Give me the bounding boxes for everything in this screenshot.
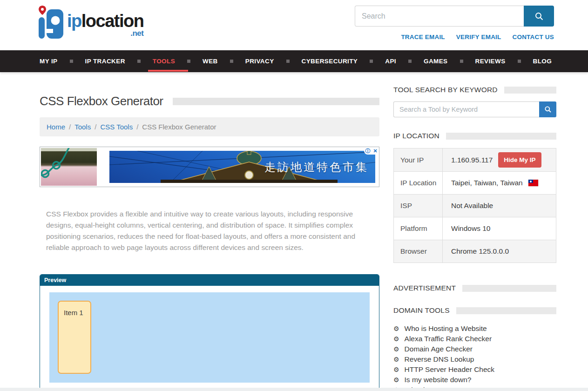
nav-item-blog[interactable]: BLOG [533, 51, 552, 72]
ad-headline: 走訪地道特色市集 [264, 160, 369, 175]
breadcrumb: Home/Tools/CSS Tools/CSS Flexbox Generat… [40, 117, 379, 136]
gear-icon: ⚙ [393, 336, 399, 342]
tool-search-button[interactable] [539, 101, 556, 117]
nav-item-web[interactable]: WEB [203, 51, 218, 72]
breadcrumb-separator: / [95, 123, 96, 131]
breadcrumb-separator: / [136, 123, 138, 131]
hide-my-ip-button[interactable]: Hide My IP [498, 152, 541, 168]
gear-icon: ⚙ [393, 346, 399, 352]
nav-separator [187, 60, 190, 63]
domain-tool-website-down[interactable]: ⚙Is my website down? [393, 375, 556, 385]
taiwan-flag-icon [528, 180, 538, 186]
ad-left-image [41, 148, 97, 186]
row-value: Taipei, Taiwan, Taiwan [443, 175, 556, 191]
title-decoration-bar [173, 98, 379, 105]
tool-search-input[interactable] [393, 101, 539, 117]
header-search [355, 6, 554, 27]
ad-close-icon[interactable]: ✕ [372, 147, 379, 155]
domain-tool-alexa-rank[interactable]: ⚙Alexa Traffic Rank Checker [393, 334, 556, 344]
row-label: IP Location [394, 172, 443, 194]
nav-separator [460, 60, 463, 63]
row-value: Windows 10 [443, 221, 556, 236]
tool-search [393, 101, 556, 117]
preview-panel-header: Preview [40, 275, 379, 286]
nav-separator [370, 60, 373, 63]
nav-item-my-ip[interactable]: MY IP [40, 51, 58, 72]
header-links: TRACE EMAIL VERIFY EMAIL CONTACT US [355, 34, 554, 40]
nav-item-ip-tracker[interactable]: IP TRACKER [85, 51, 125, 72]
contact-us-link[interactable]: CONTACT US [513, 34, 554, 40]
nav-separator [70, 60, 73, 63]
heading-decoration-bar [462, 285, 556, 292]
domain-tools-list: ⚙Who is Hosting a Website ⚙Alexa Traffic… [393, 324, 556, 391]
flex-preview-item-1[interactable]: Item 1 [58, 301, 91, 374]
domain-tools-heading: DOMAIN TOOLS [393, 306, 556, 315]
flex-preview-container: Item 1 [49, 292, 370, 383]
page-title: CSS Flexbox Generator [40, 94, 163, 108]
verify-email-link[interactable]: VERIFY EMAIL [456, 34, 501, 40]
ad-choices: ⓘ ✕ [364, 147, 379, 155]
row-label: Your IP [394, 148, 443, 171]
main-column: CSS Flexbox Generator Home/Tools/CSS Too… [40, 72, 379, 391]
sidebar: TOOL SEARCH BY KEYWORD IP LOCATION Your … [393, 72, 556, 391]
header-search-button[interactable] [524, 6, 554, 27]
site-header: iplocation .net TRACE EMAIL VERIFY EMAIL… [0, 0, 588, 50]
breadcrumb-tools-link[interactable]: Tools [74, 123, 91, 131]
nav-item-privacy[interactable]: PRIVACY [245, 51, 274, 72]
nav-separator [230, 60, 233, 63]
nav-item-api[interactable]: API [385, 51, 396, 72]
row-label: Browser [394, 240, 443, 263]
header-search-input[interactable] [355, 6, 524, 27]
table-row-isp: ISP Not Available [394, 194, 556, 217]
ad-main-image: 走訪地道特色市集 [109, 151, 375, 183]
site-logo[interactable]: iplocation .net [36, 5, 143, 39]
nav-separator [408, 60, 412, 63]
gear-icon: ⚙ [393, 325, 399, 332]
breadcrumb-current: CSS Flexbox Generator [142, 123, 216, 131]
content: CSS Flexbox Generator Home/Tools/CSS Too… [0, 72, 588, 391]
logo-mark-icon [36, 5, 65, 39]
domain-tool-reverse-dns[interactable]: ⚙Reverse DNS Lookup [393, 354, 556, 364]
trace-email-link[interactable]: TRACE EMAIL [401, 34, 445, 40]
search-icon [534, 12, 544, 21]
search-icon [544, 106, 552, 113]
ad-banner[interactable]: 走訪地道特色市集 ⓘ ✕ [40, 147, 379, 187]
breadcrumb-css-tools-link[interactable]: CSS Tools [100, 123, 133, 131]
logo-wordmark: iplocation [67, 12, 143, 30]
ip-location-table: Your IP 1.160.95.117 Hide My IP IP Locat… [393, 148, 556, 263]
table-row-platform: Platform Windows 10 [394, 217, 556, 240]
nav-item-tools[interactable]: TOOLS [153, 51, 175, 72]
tool-search-heading: TOOL SEARCH BY KEYWORD [393, 86, 556, 94]
gear-icon: ⚙ [393, 356, 399, 363]
row-value: Chrome 125.0.0.0 [443, 243, 556, 259]
gear-icon: ⚙ [393, 366, 399, 373]
your-ip-value: 1.160.95.117 [451, 156, 493, 164]
table-row-ip-location: IP Location Taipei, Taiwan, Taiwan [394, 171, 556, 194]
domain-tool-http-header[interactable]: ⚙HTTP Server Header Check [393, 364, 556, 375]
nav-separator [137, 60, 141, 63]
footer-strip [0, 388, 588, 391]
table-row-your-ip: Your IP 1.160.95.117 Hide My IP [394, 148, 556, 171]
ad-info-icon[interactable]: ⓘ [364, 147, 372, 155]
intro-paragraph: CSS Flexbox provides a flexible and intu… [40, 209, 379, 253]
heading-decoration-bar [504, 87, 556, 94]
breadcrumb-separator: / [69, 123, 71, 131]
ip-location-value: Taipei, Taiwan, Taiwan [451, 179, 523, 187]
domain-tool-hosting[interactable]: ⚙Who is Hosting a Website [393, 324, 556, 334]
gear-icon: ⚙ [393, 377, 399, 383]
nav-item-games[interactable]: GAMES [424, 51, 448, 72]
nav-item-cybersecurity[interactable]: CYBERSECURITY [302, 51, 358, 72]
preview-panel-body: Item 1 [40, 286, 379, 390]
row-label: ISP [394, 195, 443, 217]
breadcrumb-home-link[interactable]: Home [47, 123, 65, 131]
heading-decoration-bar [446, 133, 556, 140]
nav-item-reviews[interactable]: REVIEWS [475, 51, 506, 72]
table-row-browser: Browser Chrome 125.0.0.0 [394, 240, 556, 263]
domain-tool-domain-age[interactable]: ⚙Domain Age Checker [393, 344, 556, 354]
title-row: CSS Flexbox Generator [40, 94, 379, 108]
row-value: Not Available [443, 198, 556, 214]
main-nav: MY IP IP TRACKER TOOLS WEB PRIVACY CYBER… [0, 50, 588, 72]
page: iplocation .net TRACE EMAIL VERIFY EMAIL… [0, 0, 588, 391]
heading-decoration-bar [456, 307, 556, 314]
ip-location-heading: IP LOCATION [393, 132, 556, 140]
